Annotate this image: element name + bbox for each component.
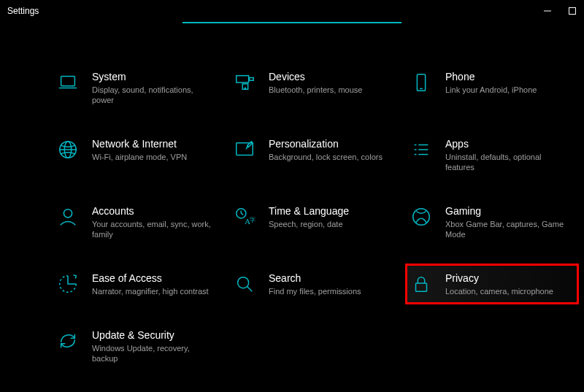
tile-privacy[interactable]: PrivacyLocation, camera, microphone [407, 266, 577, 302]
tile-desc: Background, lock screen, colors [269, 152, 383, 162]
search-icon [232, 272, 257, 296]
tile-desc: Your accounts, email, sync, work, family [92, 219, 215, 239]
xbox-icon [409, 204, 434, 229]
tile-title: Ease of Access [92, 272, 209, 285]
tile-desc: Bluetooth, printers, mouse [269, 85, 362, 95]
svg-point-20 [64, 210, 72, 218]
tile-search[interactable]: SearchFind my files, permissions [231, 266, 400, 302]
tile-desc: Xbox Game Bar, captures, Game Mode [445, 219, 568, 239]
tile-title: Phone [445, 70, 537, 83]
tile-desc: Display, sound, notifications, power [92, 85, 215, 105]
tile-phone[interactable]: PhoneLink your Android, iPhone [407, 64, 577, 111]
tile-desc: Speech, region, date [269, 219, 349, 229]
tile-personalization[interactable]: PersonalizationBackground, lock screen, … [231, 131, 400, 178]
tile-title: Privacy [445, 272, 553, 285]
svg-rect-2 [61, 77, 75, 86]
tile-devices[interactable]: DevicesBluetooth, printers, mouse [231, 64, 400, 111]
time-lang-icon: A字 [232, 204, 257, 229]
person-icon [55, 204, 80, 229]
globe-icon [55, 137, 80, 162]
svg-rect-4 [237, 76, 249, 82]
tile-time-language[interactable]: A字 Time & LanguageSpeech, region, date [231, 199, 400, 245]
tile-title: Accounts [92, 204, 215, 218]
tile-title: Gaming [445, 204, 568, 218]
svg-text:字: 字 [250, 217, 256, 223]
tile-title: System [92, 70, 215, 83]
tile-desc: Wi-Fi, airplane mode, VPN [92, 152, 187, 162]
svg-rect-1 [569, 8, 576, 15]
tile-title: Personalization [269, 137, 383, 150]
devices-icon [232, 70, 257, 95]
brush-icon [232, 137, 257, 162]
tile-accounts[interactable]: AccountsYour accounts, email, sync, work… [54, 199, 223, 245]
tile-title: Network & Internet [92, 137, 187, 150]
tile-network[interactable]: Network & InternetWi-Fi, airplane mode, … [54, 131, 223, 178]
window-title: Settings [7, 6, 39, 16]
titlebar: Settings [0, 0, 584, 22]
tile-gaming[interactable]: GamingXbox Game Bar, captures, Game Mode [407, 199, 577, 245]
tile-desc: Link your Android, iPhone [445, 85, 537, 95]
ease-icon [55, 272, 80, 296]
tile-title: Search [269, 272, 361, 285]
svg-rect-29 [416, 283, 427, 291]
tile-update-security[interactable]: Update & SecurityWindows Update, recover… [54, 323, 223, 369]
maximize-button[interactable] [565, 4, 580, 18]
sync-icon [55, 328, 80, 353]
tile-desc: Windows Update, recovery, backup [92, 343, 215, 364]
tile-title: Time & Language [269, 204, 349, 218]
tile-title: Apps [445, 137, 568, 150]
svg-rect-7 [250, 77, 254, 80]
svg-line-23 [241, 213, 243, 215]
svg-line-28 [247, 287, 253, 292]
tile-desc: Location, camera, microphone [445, 286, 553, 296]
svg-point-27 [238, 277, 249, 288]
settings-grid: SystemDisplay, sound, notifications, pow… [0, 23, 584, 369]
minimize-button[interactable] [540, 4, 555, 18]
lock-icon [409, 272, 434, 296]
tile-desc: Narrator, magnifier, high contrast [92, 286, 209, 296]
laptop-icon [55, 70, 80, 95]
tile-ease-of-access[interactable]: Ease of AccessNarrator, magnifier, high … [54, 266, 223, 302]
svg-point-6 [245, 88, 246, 89]
phone-icon [409, 70, 434, 95]
list-icon [409, 137, 434, 162]
window-controls [540, 4, 580, 18]
tile-desc: Uninstall, defaults, optional features [445, 152, 568, 172]
tile-title: Devices [269, 70, 362, 83]
tile-apps[interactable]: AppsUninstall, defaults, optional featur… [407, 131, 577, 178]
tile-system[interactable]: SystemDisplay, sound, notifications, pow… [54, 64, 223, 111]
tile-title: Update & Security [92, 328, 215, 342]
tile-desc: Find my files, permissions [269, 286, 361, 296]
